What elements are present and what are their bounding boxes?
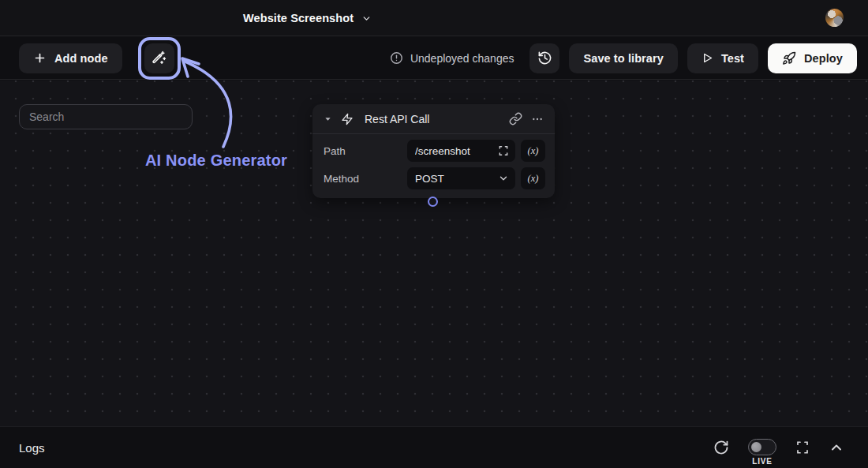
save-to-library-button[interactable]: Save to library [569, 43, 677, 73]
live-toggle[interactable] [748, 439, 776, 455]
field-row-method: Method POST (x) [322, 167, 545, 189]
node-title: Rest API Call [365, 113, 429, 125]
workflow-canvas[interactable]: Rest API Call Path /screenshot (x) [0, 80, 868, 426]
node-card-rest-api-call[interactable]: Rest API Call Path /screenshot (x) [312, 104, 555, 198]
path-field-input[interactable]: /screenshot [407, 140, 515, 162]
top-bar: Website Screenshot [0, 0, 868, 36]
magic-wand-icon [152, 51, 166, 66]
path-field-value: /screenshot [415, 145, 493, 157]
ai-node-generator-highlight-ring [138, 37, 181, 80]
collapse-logs-button[interactable] [829, 440, 844, 455]
save-to-library-label: Save to library [583, 52, 663, 65]
method-select[interactable]: POST [407, 167, 515, 189]
collapse-caret-icon[interactable] [324, 114, 332, 123]
logs-label: Logs [19, 441, 45, 455]
logs-bar[interactable]: Logs LIVE [0, 426, 868, 468]
chevron-down-icon [361, 13, 372, 24]
search-input[interactable] [19, 104, 193, 129]
method-variable-button[interactable]: (x) [521, 167, 545, 189]
test-label: Test [721, 52, 744, 65]
path-field-label: Path [322, 145, 407, 157]
test-button[interactable]: Test [687, 43, 758, 73]
node-body: Path /screenshot (x) Method POST (x) [312, 134, 555, 198]
rocket-icon [782, 51, 796, 66]
deploy-button[interactable]: Deploy [768, 43, 857, 73]
plus-icon [33, 51, 47, 65]
chevron-up-icon [829, 440, 844, 455]
expand-icon[interactable] [498, 145, 509, 156]
play-icon [702, 52, 713, 64]
refresh-icon [713, 440, 729, 455]
history-button[interactable] [529, 43, 559, 73]
node-header[interactable]: Rest API Call [312, 104, 555, 134]
page-title: Website Screenshot [243, 12, 354, 24]
undeployed-changes-status: Undeployed changes [390, 51, 514, 65]
ai-node-generator-button[interactable] [144, 43, 174, 73]
field-row-path: Path /screenshot (x) [322, 140, 545, 162]
link-icon[interactable] [509, 112, 522, 125]
zap-icon [341, 113, 354, 125]
alert-circle-icon [390, 51, 403, 65]
workflow-title-dropdown[interactable]: Website Screenshot [243, 0, 372, 36]
add-node-button[interactable]: Add node [19, 43, 122, 73]
toggle-knob [751, 442, 761, 452]
method-select-value: POST [415, 173, 493, 185]
method-field-label: Method [322, 173, 407, 185]
refresh-logs-button[interactable] [713, 440, 729, 455]
history-icon [537, 51, 552, 66]
toolbar: Add node Undeployed changes [0, 37, 868, 80]
chevron-down-icon [498, 173, 509, 184]
fullscreen-icon [795, 440, 810, 455]
deploy-label: Deploy [804, 52, 843, 65]
avatar[interactable] [825, 9, 844, 27]
undeployed-changes-label: Undeployed changes [410, 52, 514, 65]
add-node-label: Add node [54, 52, 108, 65]
ai-node-generator-annotation: AI Node Generator [133, 152, 300, 170]
live-toggle-group: LIVE [748, 439, 776, 466]
expand-logs-button[interactable] [795, 440, 810, 455]
path-variable-button[interactable]: (x) [521, 140, 545, 162]
node-output-port[interactable] [428, 197, 438, 207]
live-label: LIVE [752, 457, 772, 466]
more-options-icon[interactable] [531, 113, 544, 125]
